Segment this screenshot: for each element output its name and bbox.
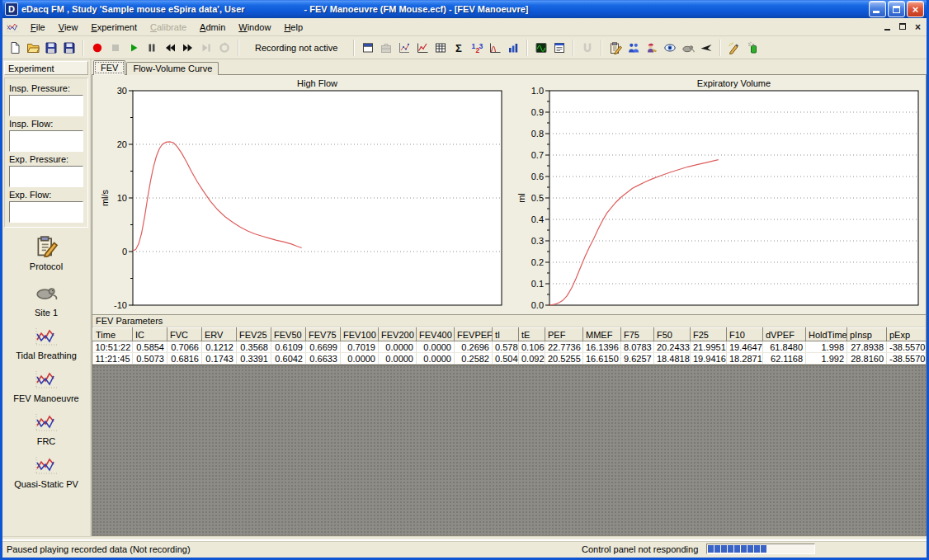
column-header-fev25[interactable]: FEV25 <box>237 328 271 341</box>
pause-button[interactable] <box>143 39 161 57</box>
close-icon: × <box>908 2 923 16</box>
spray-button[interactable] <box>743 39 762 57</box>
scatter-view-button[interactable] <box>395 39 413 57</box>
statistics-button[interactable]: Σ <box>450 39 468 57</box>
new-file-icon <box>8 41 21 54</box>
pointer-button[interactable] <box>697 39 715 57</box>
column-header-erv[interactable]: ERV <box>202 328 237 341</box>
protocol-button[interactable] <box>606 39 625 57</box>
sidebar-item-label: Quasi-Static PV <box>14 479 78 489</box>
cell: 0.6816 <box>167 353 202 365</box>
table-view-button[interactable] <box>431 39 450 57</box>
tab-fev[interactable]: FEV <box>93 60 125 75</box>
new-window-button[interactable] <box>359 39 377 57</box>
menu-experiment[interactable]: Experiment <box>84 20 144 35</box>
close-button[interactable]: × <box>907 1 924 17</box>
column-header-f25[interactable]: F25 <box>691 328 727 341</box>
column-header-holdtime[interactable]: HoldTime <box>806 328 847 341</box>
column-header-pinsp[interactable]: pInsp <box>847 328 887 341</box>
menu-admin[interactable]: Admin <box>193 20 232 35</box>
column-header-pef[interactable]: PEF <box>545 328 583 341</box>
sidebar-header[interactable]: Experiment <box>4 61 88 75</box>
exp-pressure-input[interactable] <box>9 166 83 187</box>
oscilloscope-button[interactable] <box>532 39 550 57</box>
fast-forward-icon <box>182 41 195 54</box>
exp-flow-input[interactable] <box>9 201 83 223</box>
column-header-pexp[interactable]: pExp <box>887 328 927 341</box>
marker-button[interactable] <box>725 39 743 57</box>
column-header-time[interactable]: Time <box>93 328 133 341</box>
column-header-fevpef[interactable]: FEVPEF <box>455 328 493 341</box>
column-header-f10[interactable]: F10 <box>727 328 763 341</box>
toolbar-separator <box>601 40 602 56</box>
cell: 0.0000 <box>341 353 379 365</box>
insp-pressure-input[interactable] <box>9 95 83 116</box>
child-restore-button[interactable] <box>896 21 910 33</box>
play-button[interactable] <box>125 39 143 57</box>
table-row[interactable]: 10:51:220.58540.70660.12120.35680.61090.… <box>93 341 927 353</box>
column-header-fvc[interactable]: FVC <box>167 328 202 341</box>
column-header-fev400[interactable]: FEV400 <box>417 328 455 341</box>
cell: 0.0920 <box>519 353 545 365</box>
column-header-fev75[interactable]: FEV75 <box>306 328 341 341</box>
open-button[interactable] <box>24 39 42 57</box>
titlebar[interactable]: D eDacq FM , Study 'Sample mouse eSpira … <box>2 0 927 18</box>
subject-button[interactable] <box>679 39 697 57</box>
sidebar-item-protocol[interactable]: Protocol <box>30 234 63 271</box>
record-button[interactable] <box>88 39 106 57</box>
sidebar-item-fev-manoeuvre[interactable]: FEV Manoeuvre <box>13 369 78 403</box>
rewind-button[interactable] <box>161 39 179 57</box>
monitor-button[interactable] <box>661 39 679 57</box>
oscilloscope-icon <box>535 41 548 54</box>
child-close-button[interactable]: × <box>911 21 925 33</box>
column-header-f50[interactable]: F50 <box>654 328 691 341</box>
menu-view[interactable]: View <box>52 20 85 35</box>
column-header-f75[interactable]: F75 <box>621 328 654 341</box>
cell: 0.5040 <box>493 353 519 365</box>
save-button[interactable] <box>42 39 60 57</box>
progress-segment <box>800 545 806 553</box>
save-as-button[interactable] <box>60 39 78 57</box>
trend-view-button[interactable] <box>413 39 431 57</box>
subjects-button[interactable] <box>625 39 643 57</box>
cell: 28.8160 <box>847 353 887 365</box>
minimize-button[interactable] <box>869 1 886 17</box>
bar-view-button[interactable] <box>504 39 522 57</box>
cell: 0.7066 <box>167 341 202 353</box>
svg-text:20: 20 <box>117 139 127 149</box>
menu-window[interactable]: Window <box>232 20 277 35</box>
sidebar-item-frc[interactable]: FRC <box>34 412 59 446</box>
tab-flow-volume-curve[interactable]: Flow-Volume Curve <box>126 62 219 75</box>
menu-help[interactable]: Help <box>277 20 309 35</box>
sidebar-item-tidal-breathing[interactable]: Tidal Breathing <box>16 327 77 360</box>
chart-icon <box>34 369 59 389</box>
curve-view-button[interactable] <box>486 39 504 57</box>
exp-flow-label: Exp. Flow: <box>9 190 83 200</box>
child-window-icon[interactable] <box>6 21 21 34</box>
column-header-ic[interactable]: IC <box>133 328 167 341</box>
column-header-ti[interactable]: tI <box>493 328 519 341</box>
child-window-controls: × <box>880 21 925 33</box>
column-header-fev100[interactable]: FEV100 <box>341 328 379 341</box>
column-header-fev200[interactable]: FEV200 <box>379 328 417 341</box>
cell: 10:51:22 <box>93 341 133 353</box>
svg-text:-10: -10 <box>114 300 127 309</box>
menu-file[interactable]: File <box>24 20 52 35</box>
insp-flow-input[interactable] <box>9 130 83 152</box>
sidebar-item-label: Tidal Breathing <box>16 351 77 360</box>
column-header-fev50[interactable]: FEV50 <box>271 328 306 341</box>
restore-button[interactable] <box>888 1 905 17</box>
column-header-mmef[interactable]: MMEF <box>583 328 621 341</box>
fast-forward-button[interactable] <box>179 39 197 57</box>
toolbar-separator <box>353 40 355 56</box>
child-minimize-button[interactable] <box>881 21 895 33</box>
new-button[interactable] <box>6 39 24 57</box>
sidebar-item-quasi-static-pv[interactable]: Quasi-Static PV <box>14 455 78 489</box>
table-row[interactable]: 11:21:450.50730.68160.17430.33910.60420.… <box>93 353 927 365</box>
column-header-te[interactable]: tE <box>519 328 545 341</box>
properties-button[interactable] <box>550 39 568 57</box>
annotate-button[interactable] <box>643 39 661 57</box>
sidebar-item-site-1[interactable]: Site 1 <box>35 280 58 318</box>
parameters-button[interactable]: 123 <box>468 39 486 57</box>
column-header-dvpef[interactable]: dVPEF <box>763 328 806 341</box>
